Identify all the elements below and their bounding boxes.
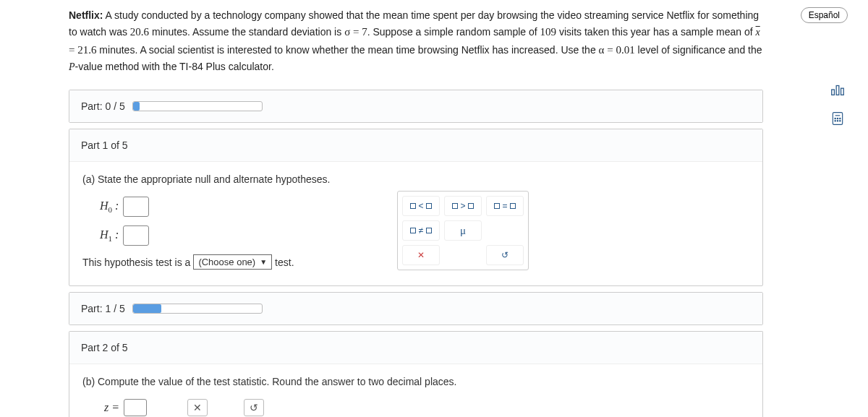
svg-point-5 [835,118,835,119]
svg-rect-0 [832,90,835,95]
progress-bar-1 [132,304,263,314]
svg-point-8 [835,121,835,121]
svg-rect-1 [836,86,839,95]
part-1-progress-label: Part: 1 / 5 [81,303,125,314]
reset-button[interactable]: ↺ [486,245,524,265]
sidebar-tools [827,79,848,129]
part-0-progress-box: Part: 0 / 5 [69,90,763,123]
h0-input[interactable] [123,197,149,217]
z-label: z = [104,401,119,414]
language-button[interactable]: Español [801,7,848,23]
part-1-header: Part 1 of 5 [69,129,762,162]
part-2-box: Part 2 of 5 (b) Compute the value of the… [69,331,763,417]
svg-point-6 [837,118,838,119]
svg-point-7 [840,118,841,119]
question-a: (a) State the appropriate null and alter… [82,173,749,185]
mu-button[interactable]: μ [444,220,482,241]
problem-statement: Netflix: A study conducted by a technolo… [69,7,763,75]
h1-input[interactable] [123,225,149,246]
h0-label: H0 : [100,199,119,214]
lt-button[interactable]: < [402,196,440,216]
svg-point-10 [840,121,841,121]
h1-label: H1 : [100,228,119,243]
part-1-progress-box: Part: 1 / 5 [69,292,763,325]
part-2-header: Part 2 of 5 [69,332,762,364]
z-input[interactable] [124,399,147,416]
chevron-down-icon: ▼ [260,258,267,266]
symbol-palette: < > = ≠ μ ✕ ↺ [397,191,529,270]
svg-point-9 [837,121,838,121]
question-b: (b) Compute the value of the test statis… [82,376,749,387]
svg-rect-2 [841,88,844,95]
progress-bar-0 [132,101,263,111]
bar-chart-icon[interactable] [827,79,848,100]
reset-z-button[interactable]: ↺ [244,399,264,416]
part-0-label: Part: 0 / 5 [81,100,125,112]
eq-button[interactable]: = [486,196,524,216]
test-type-dropdown[interactable]: (Choose one)▼ [193,254,272,270]
clear-button[interactable]: ✕ [402,245,440,265]
clear-z-button[interactable]: ✕ [187,399,208,416]
gt-button[interactable]: > [444,196,482,216]
part-1-box: Part 1 of 5 (a) State the appropriate nu… [69,129,763,286]
ne-button[interactable]: ≠ [402,220,440,241]
calculator-icon[interactable] [827,108,848,129]
